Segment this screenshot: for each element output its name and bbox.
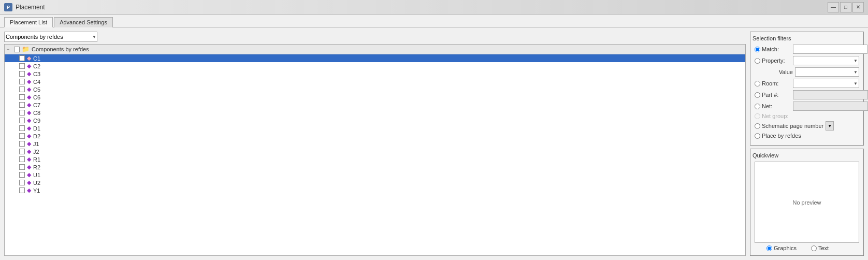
minimize-button[interactable]: —: [828, 2, 839, 12]
part-num-radio[interactable]: [755, 92, 760, 98]
tree-item[interactable]: ◆ R1: [5, 155, 745, 163]
item-checkbox[interactable]: [19, 156, 25, 162]
place-by-refdes-radio[interactable]: [755, 133, 760, 139]
tree-item[interactable]: ◆ C3: [5, 70, 745, 78]
tree-item[interactable]: ◆ D2: [5, 132, 745, 140]
net-input[interactable]: [793, 102, 867, 111]
item-checkbox[interactable]: [19, 55, 25, 61]
schematic-page-radio[interactable]: [755, 123, 760, 129]
text-radio[interactable]: [811, 245, 817, 251]
place-by-refdes-row: Place by refdes: [755, 133, 859, 139]
component-icon: ◆: [27, 179, 31, 186]
component-icon: ◆: [27, 133, 31, 139]
dialog-body: Placement List Advanced Settings Compone…: [0, 15, 868, 260]
room-row: Room: ▼: [755, 79, 859, 88]
item-checkbox[interactable]: [19, 172, 25, 178]
schematic-page-radio-label[interactable]: Schematic page number: [755, 123, 823, 129]
item-checkbox[interactable]: [19, 110, 25, 115]
tree-item[interactable]: ◆ R2: [5, 163, 745, 171]
schematic-page-btn[interactable]: ▼: [826, 121, 834, 131]
tree-item[interactable]: ◆ D1: [5, 124, 745, 132]
tab-advanced-settings[interactable]: Advanced Settings: [54, 17, 113, 27]
folder-icon: 📁: [22, 46, 30, 53]
component-icon: ◆: [27, 187, 31, 194]
tree-item[interactable]: ◆ C7: [5, 101, 745, 109]
tree-item[interactable]: ◆ C1: [5, 54, 745, 62]
part-num-row: Part #: ▼: [755, 90, 859, 99]
tree-item[interactable]: ◆ U2: [5, 179, 745, 186]
value-select[interactable]: [795, 67, 859, 77]
item-checkbox[interactable]: [19, 79, 25, 84]
net-row: Net: ▼: [755, 102, 859, 111]
tree-item[interactable]: ◆ J1: [5, 140, 745, 148]
window-title: Placement: [16, 4, 45, 11]
title-bar-left: P Placement: [4, 3, 45, 11]
root-checkbox[interactable]: [14, 47, 20, 52]
tree-item[interactable]: ◆ J2: [5, 148, 745, 155]
text-radio-label[interactable]: Text: [811, 245, 847, 251]
place-by-refdes-radio-label[interactable]: Place by refdes: [755, 133, 801, 139]
component-icon: ◆: [27, 63, 31, 69]
schematic-page-row: Schematic page number ▼: [755, 121, 859, 131]
maximize-button[interactable]: □: [840, 2, 851, 12]
component-icon: ◆: [27, 140, 31, 147]
part-num-input[interactable]: [793, 90, 867, 99]
component-icon: ◆: [27, 164, 31, 170]
net-radio-label[interactable]: Net:: [755, 103, 791, 109]
room-radio-label[interactable]: Room:: [755, 80, 791, 86]
room-radio[interactable]: [755, 81, 760, 86]
tree-item[interactable]: ◆ C4: [5, 78, 745, 85]
component-icon: ◆: [27, 171, 31, 178]
graphics-radio[interactable]: [766, 245, 772, 251]
item-checkbox[interactable]: [19, 86, 25, 92]
net-radio[interactable]: [755, 104, 760, 109]
item-checkbox[interactable]: [19, 164, 25, 170]
tab-placement-list[interactable]: Placement List: [4, 17, 53, 27]
tree-item[interactable]: ◆ C8: [5, 109, 745, 117]
component-icon: ◆: [27, 125, 31, 132]
item-checkbox[interactable]: [19, 133, 25, 139]
match-radio-label[interactable]: Match:: [755, 46, 791, 52]
component-icon: ◆: [27, 109, 31, 116]
item-checkbox[interactable]: [19, 71, 25, 77]
match-input[interactable]: [793, 45, 867, 54]
close-button[interactable]: ✕: [852, 2, 864, 12]
tree-item[interactable]: ◆ C9: [5, 117, 745, 124]
item-checkbox[interactable]: [19, 187, 25, 193]
item-checkbox[interactable]: [19, 102, 25, 108]
item-checkbox[interactable]: [19, 94, 25, 100]
selection-filters-title: Selection filters: [753, 35, 859, 41]
tree-item[interactable]: ◆ Y1: [5, 186, 745, 194]
part-num-input-group: ▼: [793, 90, 868, 99]
item-checkbox[interactable]: [19, 141, 25, 147]
component-icon: ◆: [27, 148, 31, 155]
item-checkbox[interactable]: [19, 125, 25, 131]
room-select[interactable]: [793, 79, 859, 88]
group-dropdown[interactable]: Components by refdes: [4, 32, 97, 42]
item-checkbox[interactable]: [19, 180, 25, 185]
property-radio-label[interactable]: Property:: [755, 57, 791, 64]
item-checkbox[interactable]: [19, 118, 25, 123]
match-row: Match:: [755, 45, 859, 54]
tree-item[interactable]: ◆ C2: [5, 62, 745, 70]
property-radio[interactable]: [755, 58, 760, 64]
quickview-section: Quickview No preview Graphics Text: [750, 149, 864, 256]
item-checkbox[interactable]: [19, 149, 25, 154]
tree-container[interactable]: − 📁 Components by refdes ◆ C1 ◆ C2: [4, 44, 746, 256]
tree-items: ◆ C1 ◆ C2 ◆ C3 ◆: [5, 54, 745, 194]
tree-item[interactable]: ◆ C6: [5, 93, 745, 101]
match-radio[interactable]: [755, 47, 760, 52]
content-area: Components by refdes ▼ − 📁 Components by…: [0, 27, 868, 260]
component-icon: ◆: [27, 86, 31, 93]
tree-root-label: Components by refdes: [32, 46, 89, 52]
tree-item[interactable]: ◆ U1: [5, 171, 745, 179]
tree-item[interactable]: ◆ C5: [5, 85, 745, 93]
graphics-radio-label[interactable]: Graphics: [766, 245, 803, 251]
part-num-radio-label[interactable]: Part #:: [755, 92, 791, 98]
net-group-row: Net group:: [755, 113, 859, 119]
tree-collapse-icon[interactable]: −: [7, 47, 12, 52]
quickview-radios: Graphics Text: [755, 245, 859, 251]
property-select[interactable]: [793, 56, 859, 65]
item-checkbox[interactable]: [19, 63, 25, 69]
value-row: Value ▼: [755, 67, 859, 77]
